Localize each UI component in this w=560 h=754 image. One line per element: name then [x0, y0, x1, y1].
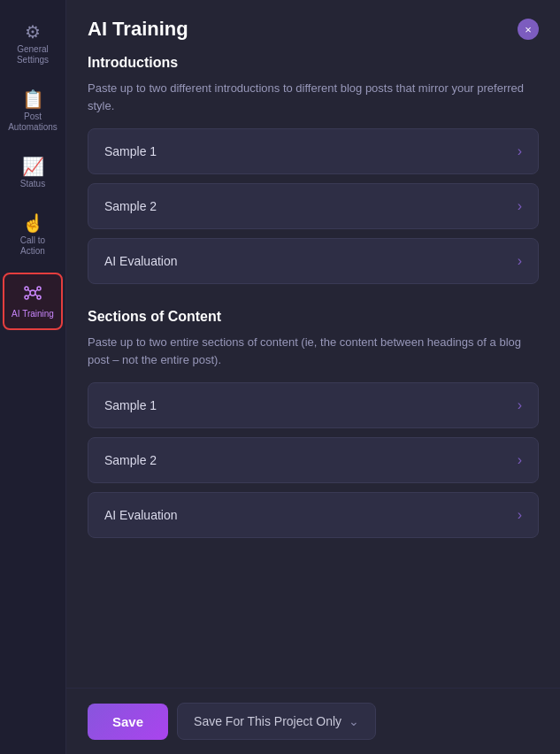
- sidebar-item-label: General Settings: [8, 44, 58, 65]
- sections-sample1-item[interactable]: Sample 1 ›: [88, 382, 539, 428]
- introductions-description: Paste up to two different introductions …: [88, 80, 539, 114]
- sidebar-item-label: Status: [20, 179, 45, 189]
- svg-point-1: [25, 287, 28, 290]
- intro-sample1-item[interactable]: Sample 1 ›: [88, 128, 539, 174]
- chevron-right-icon: ›: [518, 198, 522, 214]
- save-button[interactable]: Save: [88, 704, 168, 740]
- chevron-right-icon: ›: [518, 507, 522, 523]
- chevron-right-icon: ›: [518, 452, 522, 468]
- sidebar: ⚙ General Settings 📋 Post Automations 📈 …: [0, 0, 66, 754]
- main-body: Introductions Paste up to two different …: [66, 55, 560, 754]
- chevron-down-icon: ⌄: [349, 714, 359, 728]
- main-header: AI Training ×: [66, 0, 560, 55]
- sections-sample2-label: Sample 2: [104, 453, 157, 467]
- sidebar-item-label: Post Automations: [8, 112, 58, 133]
- sections-description: Paste up to two entire sections of conte…: [88, 334, 539, 368]
- intro-sample1-label: Sample 1: [104, 144, 157, 158]
- svg-point-2: [37, 287, 41, 290]
- sidebar-item-label: Call to Action: [8, 235, 58, 257]
- svg-line-6: [35, 290, 37, 292]
- svg-point-4: [37, 296, 41, 299]
- gear-icon: ⚙: [25, 23, 41, 41]
- sidebar-item-label: AI Training: [12, 309, 54, 319]
- save-for-project-button[interactable]: Save For This Project Only ⌄: [177, 703, 376, 740]
- intro-ai-evaluation-label: AI Evaluation: [104, 254, 178, 268]
- intro-ai-evaluation-item[interactable]: AI Evaluation ›: [88, 238, 539, 284]
- svg-line-5: [28, 290, 30, 292]
- introductions-title: Introductions: [88, 55, 539, 71]
- chevron-right-icon: ›: [518, 253, 522, 269]
- svg-point-3: [25, 296, 28, 299]
- sidebar-item-ai-training[interactable]: AI Training: [3, 273, 63, 330]
- close-button[interactable]: ×: [518, 19, 539, 40]
- introductions-section: Introductions Paste up to two different …: [88, 55, 539, 284]
- sections-of-content-section: Sections of Content Paste up to two enti…: [88, 309, 539, 538]
- sections-ai-evaluation-label: AI Evaluation: [104, 508, 178, 522]
- call-to-action-icon: ☝: [22, 214, 44, 232]
- page-title: AI Training: [88, 18, 188, 41]
- svg-point-0: [30, 290, 35, 296]
- post-automations-icon: 📋: [22, 90, 44, 108]
- sections-title: Sections of Content: [88, 309, 539, 325]
- sidebar-item-call-to-action[interactable]: ☝ Call to Action: [3, 205, 63, 265]
- sections-sample1-label: Sample 1: [104, 398, 157, 412]
- sections-ai-evaluation-item[interactable]: AI Evaluation ›: [88, 492, 539, 538]
- status-icon: 📈: [22, 158, 44, 175]
- svg-line-8: [35, 295, 37, 296]
- intro-sample2-label: Sample 2: [104, 199, 157, 213]
- footer: Save Save For This Project Only ⌄: [66, 688, 560, 754]
- svg-line-7: [28, 295, 30, 296]
- sidebar-item-general-settings[interactable]: ⚙ General Settings: [3, 14, 63, 74]
- sidebar-item-post-automations[interactable]: 📋 Post Automations: [3, 81, 63, 142]
- ai-training-icon: [23, 283, 42, 305]
- sidebar-item-status[interactable]: 📈 Status: [3, 149, 63, 198]
- main-panel: AI Training × Introductions Paste up to …: [66, 0, 560, 754]
- chevron-right-icon: ›: [518, 143, 522, 159]
- chevron-right-icon: ›: [518, 397, 522, 413]
- intro-sample2-item[interactable]: Sample 2 ›: [88, 183, 539, 229]
- sections-sample2-item[interactable]: Sample 2 ›: [88, 437, 539, 483]
- save-project-label: Save For This Project Only: [194, 714, 341, 728]
